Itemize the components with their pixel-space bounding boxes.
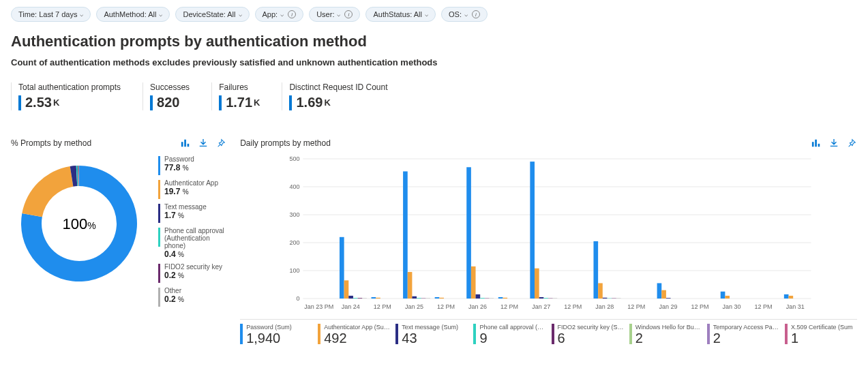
svg-rect-20: [340, 237, 344, 299]
method-total-item: X.509 Certificate (Sum1: [785, 324, 857, 346]
svg-rect-67: [661, 290, 666, 299]
download-icon[interactable]: [828, 138, 839, 149]
chevron-down-icon: ⌵: [80, 11, 83, 18]
svg-text:400: 400: [290, 183, 300, 190]
filter-pill[interactable]: Time: Last 7 days⌵: [11, 7, 91, 22]
svg-text:Jan 23 PM: Jan 23 PM: [304, 303, 333, 310]
svg-rect-58: [594, 241, 599, 299]
svg-rect-60: [603, 298, 608, 299]
view-logs-icon[interactable]: [811, 138, 822, 149]
svg-text:12 PM: 12 PM: [755, 303, 773, 310]
donut-panel: % Prompts by method 100% Password77.8 %A…: [11, 138, 226, 346]
method-total-item: Phone call approval (Auth...9: [473, 324, 545, 346]
svg-rect-4: [812, 142, 814, 147]
svg-rect-31: [408, 272, 413, 299]
legend-item: FIDO2 security key0.2 %: [158, 263, 226, 283]
chevron-down-icon: ⌵: [239, 11, 242, 18]
download-icon[interactable]: [198, 138, 209, 149]
svg-rect-1: [184, 140, 186, 147]
kpi-card: Total authentication prompts2.53K: [11, 82, 121, 110]
svg-rect-21: [344, 280, 349, 299]
chevron-down-icon: ⌵: [337, 11, 340, 18]
info-icon: i: [288, 10, 296, 18]
legend-item: Phone call approval (Authentication phon…: [158, 227, 226, 259]
method-total-item: Password (Sum)1,940: [240, 324, 312, 346]
page-subtitle: Count of authentication methods excludes…: [11, 57, 857, 67]
svg-text:12 PM: 12 PM: [500, 303, 518, 310]
donut-legend: Password77.8 %Authenticator App19.7 %Tex…: [158, 155, 226, 307]
method-totals: Password (Sum)1,940Authenticator App (Su…: [240, 319, 857, 346]
svg-rect-68: [666, 298, 671, 299]
svg-rect-43: [480, 298, 485, 299]
kpi-row: Total authentication prompts2.53KSuccess…: [11, 82, 857, 110]
svg-rect-53: [543, 298, 548, 299]
method-total-item: Authenticator App (Sum)492: [318, 324, 390, 346]
svg-rect-27: [372, 297, 376, 299]
svg-rect-75: [784, 294, 789, 299]
svg-rect-47: [498, 297, 503, 299]
filter-pill[interactable]: AuthMethod: All⌵: [96, 7, 170, 22]
bar-panel: Daily prompts by method 0100200300400500…: [240, 138, 857, 346]
filter-pill[interactable]: AuthStatus: All⌵: [365, 7, 436, 22]
svg-text:Jan 26: Jan 26: [468, 303, 487, 310]
svg-rect-22: [348, 296, 353, 299]
svg-rect-33: [417, 298, 421, 299]
svg-text:100%: 100%: [62, 215, 95, 232]
filter-pill[interactable]: App: ⌵i: [255, 7, 304, 22]
kpi-card: Successes820: [143, 82, 190, 110]
svg-rect-41: [471, 266, 476, 299]
info-icon: i: [472, 10, 480, 18]
method-total-item: Windows Hello for Busine...2: [629, 324, 702, 346]
svg-rect-48: [503, 298, 508, 299]
svg-rect-50: [530, 162, 535, 299]
svg-text:Jan 27: Jan 27: [532, 303, 550, 310]
legend-item: Authenticator App19.7 %: [158, 179, 226, 199]
filter-pill[interactable]: DeviceState: All⌵: [175, 7, 249, 22]
chevron-down-icon: ⌵: [280, 11, 284, 18]
svg-text:12 PM: 12 PM: [437, 303, 455, 310]
method-total-item: FIDO2 security key (Sum)6: [552, 324, 624, 346]
svg-rect-24: [358, 298, 363, 299]
svg-text:500: 500: [290, 155, 300, 162]
svg-rect-32: [413, 296, 417, 299]
bar-title: Daily prompts by method: [240, 138, 331, 148]
svg-text:Jan 24: Jan 24: [342, 303, 360, 310]
bar-chart: 0100200300400500Jan 23 PMJan 2412 PMJan …: [240, 155, 857, 312]
svg-text:Jan 28: Jan 28: [595, 303, 614, 310]
svg-rect-76: [789, 296, 794, 299]
svg-text:Jan 30: Jan 30: [723, 303, 741, 310]
svg-rect-28: [376, 298, 380, 299]
svg-rect-52: [539, 297, 544, 299]
view-logs-icon[interactable]: [180, 138, 191, 149]
svg-text:Jan 29: Jan 29: [659, 303, 678, 310]
svg-rect-40: [466, 167, 471, 299]
svg-text:200: 200: [290, 239, 300, 246]
svg-text:12 PM: 12 PM: [627, 303, 645, 310]
svg-rect-5: [815, 140, 817, 147]
svg-rect-30: [403, 171, 408, 299]
filter-pill[interactable]: OS: ⌵i: [441, 7, 488, 22]
svg-text:Jan 31: Jan 31: [786, 303, 805, 310]
svg-rect-42: [476, 294, 481, 299]
svg-rect-72: [725, 296, 730, 299]
filter-pill[interactable]: User: ⌵i: [309, 7, 360, 22]
chevron-down-icon: ⌵: [425, 11, 428, 18]
donut-chart: 100%: [11, 155, 147, 292]
svg-rect-37: [435, 297, 440, 299]
pin-icon[interactable]: [846, 138, 857, 149]
pin-icon[interactable]: [215, 138, 226, 149]
info-icon: i: [344, 10, 353, 18]
page-title: Authentication prompts by authentication…: [11, 33, 857, 50]
svg-rect-59: [598, 283, 603, 299]
svg-rect-38: [439, 298, 444, 299]
kpi-card: Disctinct Request ID Count1.69K: [282, 82, 387, 110]
kpi-card: Failures1.71K: [211, 82, 260, 110]
svg-text:12 PM: 12 PM: [691, 303, 709, 310]
chevron-down-icon: ⌵: [159, 11, 162, 18]
donut-title: % Prompts by method: [11, 138, 91, 148]
svg-rect-66: [657, 283, 662, 299]
svg-text:Jan 25: Jan 25: [405, 303, 423, 310]
svg-text:12 PM: 12 PM: [564, 303, 582, 310]
svg-rect-71: [721, 292, 725, 299]
svg-text:100: 100: [290, 267, 300, 274]
